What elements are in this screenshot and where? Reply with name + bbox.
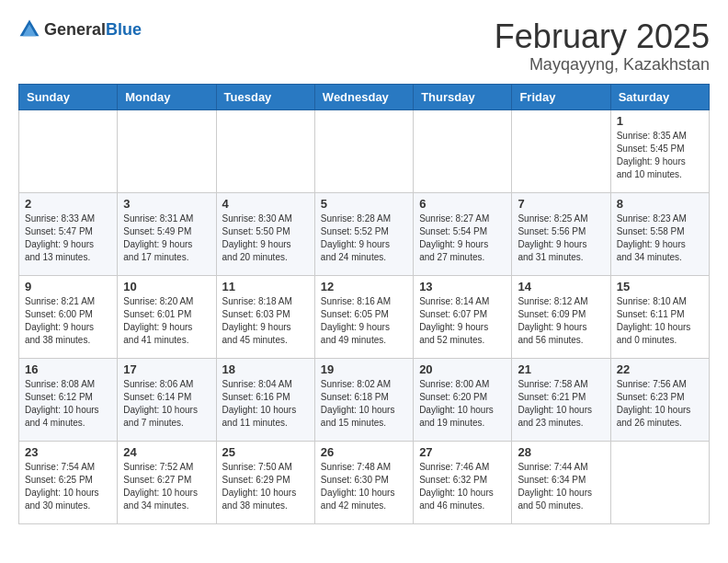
weekday-header-friday: Friday — [512, 84, 610, 109]
day-info: Sunrise: 7:44 AM Sunset: 6:34 PM Dayligh… — [518, 461, 604, 512]
calendar-week-2: 2Sunrise: 8:33 AM Sunset: 5:47 PM Daylig… — [19, 192, 710, 275]
weekday-header-row: SundayMondayTuesdayWednesdayThursdayFrid… — [19, 84, 710, 109]
day-number: 28 — [518, 445, 604, 459]
day-info: Sunrise: 7:56 AM Sunset: 6:23 PM Dayligh… — [617, 378, 703, 430]
day-info: Sunrise: 8:12 AM Sunset: 6:09 PM Dayligh… — [518, 295, 604, 347]
calendar-table: SundayMondayTuesdayWednesdayThursdayFrid… — [18, 84, 710, 524]
calendar-cell: 16Sunrise: 8:08 AM Sunset: 6:12 PM Dayli… — [19, 358, 118, 441]
calendar-cell: 25Sunrise: 7:50 AM Sunset: 6:29 PM Dayli… — [216, 441, 314, 523]
day-number: 8 — [617, 197, 703, 211]
calendar-cell: 1Sunrise: 8:35 AM Sunset: 5:45 PM Daylig… — [610, 109, 709, 192]
weekday-header-monday: Monday — [118, 84, 216, 109]
day-number: 18 — [222, 362, 309, 376]
day-info: Sunrise: 7:50 AM Sunset: 6:29 PM Dayligh… — [222, 461, 309, 512]
day-number: 20 — [419, 362, 506, 376]
day-info: Sunrise: 8:18 AM Sunset: 6:03 PM Dayligh… — [222, 295, 309, 347]
day-info: Sunrise: 8:21 AM Sunset: 6:00 PM Dayligh… — [25, 295, 111, 347]
day-info: Sunrise: 8:14 AM Sunset: 6:07 PM Dayligh… — [419, 295, 506, 347]
month-title: February 2025 — [495, 18, 710, 55]
calendar-cell: 14Sunrise: 8:12 AM Sunset: 6:09 PM Dayli… — [512, 275, 610, 358]
day-number: 17 — [123, 362, 210, 376]
day-number: 21 — [518, 362, 604, 376]
day-number: 26 — [321, 445, 407, 459]
day-info: Sunrise: 8:00 AM Sunset: 6:20 PM Dayligh… — [419, 378, 506, 430]
calendar-week-3: 9Sunrise: 8:21 AM Sunset: 6:00 PM Daylig… — [19, 275, 710, 358]
day-info: Sunrise: 7:58 AM Sunset: 6:21 PM Dayligh… — [518, 378, 604, 430]
day-info: Sunrise: 7:48 AM Sunset: 6:30 PM Dayligh… — [321, 461, 407, 512]
calendar-cell: 24Sunrise: 7:52 AM Sunset: 6:27 PM Dayli… — [118, 441, 216, 523]
day-info: Sunrise: 7:54 AM Sunset: 6:25 PM Dayligh… — [25, 461, 111, 512]
calendar-cell: 18Sunrise: 8:04 AM Sunset: 6:16 PM Dayli… — [216, 358, 314, 441]
calendar-cell: 7Sunrise: 8:25 AM Sunset: 5:56 PM Daylig… — [512, 192, 610, 275]
calendar-cell: 27Sunrise: 7:46 AM Sunset: 6:32 PM Dayli… — [414, 441, 512, 523]
day-number: 15 — [617, 280, 703, 293]
calendar-cell — [610, 441, 709, 523]
calendar-cell: 2Sunrise: 8:33 AM Sunset: 5:47 PM Daylig… — [19, 192, 118, 275]
calendar-cell: 9Sunrise: 8:21 AM Sunset: 6:00 PM Daylig… — [19, 275, 118, 358]
logo-blue: Blue — [106, 20, 142, 39]
day-info: Sunrise: 8:35 AM Sunset: 5:45 PM Dayligh… — [617, 130, 703, 181]
day-number: 10 — [123, 280, 210, 293]
calendar-cell: 20Sunrise: 8:00 AM Sunset: 6:20 PM Dayli… — [414, 358, 512, 441]
weekday-header-sunday: Sunday — [19, 84, 118, 109]
day-info: Sunrise: 8:30 AM Sunset: 5:50 PM Dayligh… — [222, 213, 309, 264]
calendar-cell — [314, 109, 413, 192]
logo: GeneralBlue — [18, 18, 142, 40]
day-info: Sunrise: 8:08 AM Sunset: 6:12 PM Dayligh… — [25, 378, 111, 430]
calendar-cell: 12Sunrise: 8:16 AM Sunset: 6:05 PM Dayli… — [314, 275, 413, 358]
day-number: 22 — [617, 362, 703, 376]
calendar-cell: 21Sunrise: 7:58 AM Sunset: 6:21 PM Dayli… — [512, 358, 610, 441]
calendar-cell: 10Sunrise: 8:20 AM Sunset: 6:01 PM Dayli… — [118, 275, 216, 358]
calendar-cell: 3Sunrise: 8:31 AM Sunset: 5:49 PM Daylig… — [118, 192, 216, 275]
day-number: 25 — [222, 445, 309, 459]
page-header: GeneralBlue February 2025 Mayqayyng, Kaz… — [18, 18, 710, 75]
day-number: 4 — [222, 197, 309, 211]
calendar-cell: 22Sunrise: 7:56 AM Sunset: 6:23 PM Dayli… — [610, 358, 709, 441]
logo-icon — [18, 18, 40, 40]
weekday-header-tuesday: Tuesday — [216, 84, 314, 109]
day-number: 13 — [419, 280, 506, 293]
calendar-cell — [216, 109, 314, 192]
day-number: 9 — [25, 280, 111, 293]
calendar-cell: 4Sunrise: 8:30 AM Sunset: 5:50 PM Daylig… — [216, 192, 314, 275]
location-title: Mayqayyng, Kazakhstan — [495, 55, 710, 75]
logo-general: General — [44, 20, 106, 39]
day-number: 3 — [123, 197, 210, 211]
calendar-week-4: 16Sunrise: 8:08 AM Sunset: 6:12 PM Dayli… — [19, 358, 710, 441]
day-number: 6 — [419, 197, 506, 211]
day-number: 27 — [419, 445, 506, 459]
calendar-cell — [118, 109, 216, 192]
title-block: February 2025 Mayqayyng, Kazakhstan — [495, 18, 710, 75]
day-info: Sunrise: 8:20 AM Sunset: 6:01 PM Dayligh… — [123, 295, 210, 347]
day-info: Sunrise: 8:25 AM Sunset: 5:56 PM Dayligh… — [518, 213, 604, 264]
day-info: Sunrise: 8:23 AM Sunset: 5:58 PM Dayligh… — [617, 213, 703, 264]
calendar-week-1: 1Sunrise: 8:35 AM Sunset: 5:45 PM Daylig… — [19, 109, 710, 192]
day-number: 14 — [518, 280, 604, 293]
day-info: Sunrise: 7:52 AM Sunset: 6:27 PM Dayligh… — [123, 461, 210, 512]
day-info: Sunrise: 8:28 AM Sunset: 5:52 PM Dayligh… — [321, 213, 407, 264]
weekday-header-wednesday: Wednesday — [314, 84, 413, 109]
day-number: 2 — [25, 197, 111, 211]
day-number: 7 — [518, 197, 604, 211]
calendar-week-5: 23Sunrise: 7:54 AM Sunset: 6:25 PM Dayli… — [19, 441, 710, 523]
calendar-cell: 17Sunrise: 8:06 AM Sunset: 6:14 PM Dayli… — [118, 358, 216, 441]
day-number: 12 — [321, 280, 407, 293]
calendar-cell: 19Sunrise: 8:02 AM Sunset: 6:18 PM Dayli… — [314, 358, 413, 441]
calendar-cell: 23Sunrise: 7:54 AM Sunset: 6:25 PM Dayli… — [19, 441, 118, 523]
weekday-header-saturday: Saturday — [610, 84, 709, 109]
calendar-cell: 15Sunrise: 8:10 AM Sunset: 6:11 PM Dayli… — [610, 275, 709, 358]
day-number: 24 — [123, 445, 210, 459]
calendar-cell — [512, 109, 610, 192]
calendar-cell: 28Sunrise: 7:44 AM Sunset: 6:34 PM Dayli… — [512, 441, 610, 523]
day-info: Sunrise: 8:31 AM Sunset: 5:49 PM Dayligh… — [123, 213, 210, 264]
calendar-cell: 5Sunrise: 8:28 AM Sunset: 5:52 PM Daylig… — [314, 192, 413, 275]
day-number: 5 — [321, 197, 407, 211]
day-info: Sunrise: 8:27 AM Sunset: 5:54 PM Dayligh… — [419, 213, 506, 264]
day-info: Sunrise: 7:46 AM Sunset: 6:32 PM Dayligh… — [419, 461, 506, 512]
calendar-cell: 26Sunrise: 7:48 AM Sunset: 6:30 PM Dayli… — [314, 441, 413, 523]
calendar-cell: 11Sunrise: 8:18 AM Sunset: 6:03 PM Dayli… — [216, 275, 314, 358]
day-number: 1 — [617, 114, 703, 128]
calendar-cell: 13Sunrise: 8:14 AM Sunset: 6:07 PM Dayli… — [414, 275, 512, 358]
day-info: Sunrise: 8:04 AM Sunset: 6:16 PM Dayligh… — [222, 378, 309, 430]
day-number: 19 — [321, 362, 407, 376]
